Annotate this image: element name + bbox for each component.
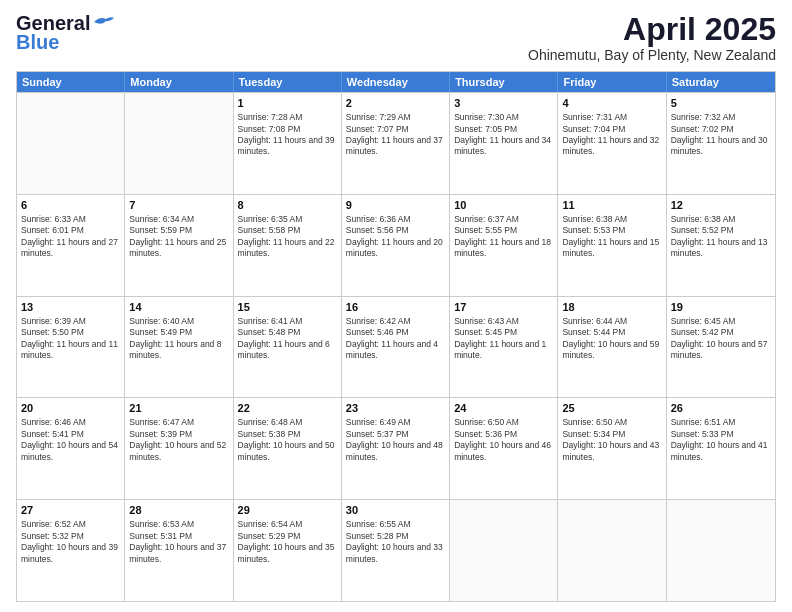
day-info: Sunrise: 6:40 AM: [129, 316, 228, 327]
calendar-day-28: 28Sunrise: 6:53 AMSunset: 5:31 PMDayligh…: [125, 500, 233, 601]
day-number: 7: [129, 198, 228, 213]
day-info: Sunrise: 6:38 AM: [671, 214, 771, 225]
title-block: April 2025 Ohinemutu, Bay of Plenty, New…: [528, 12, 776, 63]
calendar-week-2: 6Sunrise: 6:33 AMSunset: 6:01 PMDaylight…: [17, 194, 775, 296]
day-info: Sunrise: 7:32 AM: [671, 112, 771, 123]
day-info: Daylight: 11 hours and 34 minutes.: [454, 135, 553, 158]
calendar-header-sunday: Sunday: [17, 72, 125, 92]
day-info: Sunrise: 6:53 AM: [129, 519, 228, 530]
day-info: Daylight: 10 hours and 37 minutes.: [129, 542, 228, 565]
day-number: 23: [346, 401, 445, 416]
calendar-day-23: 23Sunrise: 6:49 AMSunset: 5:37 PMDayligh…: [342, 398, 450, 499]
day-number: 26: [671, 401, 771, 416]
day-number: 6: [21, 198, 120, 213]
calendar-header-wednesday: Wednesday: [342, 72, 450, 92]
day-number: 3: [454, 96, 553, 111]
day-info: Daylight: 10 hours and 46 minutes.: [454, 440, 553, 463]
day-info: Sunset: 5:52 PM: [671, 225, 771, 236]
day-info: Daylight: 10 hours and 48 minutes.: [346, 440, 445, 463]
calendar-day-29: 29Sunrise: 6:54 AMSunset: 5:29 PMDayligh…: [234, 500, 342, 601]
day-info: Sunset: 5:55 PM: [454, 225, 553, 236]
day-info: Sunrise: 6:54 AM: [238, 519, 337, 530]
day-info: Sunset: 5:39 PM: [129, 429, 228, 440]
day-info: Sunrise: 6:33 AM: [21, 214, 120, 225]
day-info: Daylight: 10 hours and 33 minutes.: [346, 542, 445, 565]
day-info: Daylight: 11 hours and 25 minutes.: [129, 237, 228, 260]
day-info: Sunset: 5:41 PM: [21, 429, 120, 440]
day-info: Sunrise: 6:45 AM: [671, 316, 771, 327]
calendar-day-4: 4Sunrise: 7:31 AMSunset: 7:04 PMDaylight…: [558, 93, 666, 194]
day-number: 2: [346, 96, 445, 111]
day-info: Sunset: 5:32 PM: [21, 531, 120, 542]
day-info: Sunrise: 6:44 AM: [562, 316, 661, 327]
day-info: Sunset: 5:49 PM: [129, 327, 228, 338]
day-info: Sunset: 5:46 PM: [346, 327, 445, 338]
calendar-day-12: 12Sunrise: 6:38 AMSunset: 5:52 PMDayligh…: [667, 195, 775, 296]
calendar-header-friday: Friday: [558, 72, 666, 92]
day-info: Sunset: 5:33 PM: [671, 429, 771, 440]
calendar-day-26: 26Sunrise: 6:51 AMSunset: 5:33 PMDayligh…: [667, 398, 775, 499]
calendar-day-13: 13Sunrise: 6:39 AMSunset: 5:50 PMDayligh…: [17, 297, 125, 398]
day-info: Sunrise: 7:29 AM: [346, 112, 445, 123]
day-info: Daylight: 11 hours and 11 minutes.: [21, 339, 120, 362]
day-info: Sunset: 5:29 PM: [238, 531, 337, 542]
calendar-empty-cell: [125, 93, 233, 194]
day-info: Sunrise: 6:52 AM: [21, 519, 120, 530]
day-info: Sunset: 7:08 PM: [238, 124, 337, 135]
day-info: Sunset: 5:56 PM: [346, 225, 445, 236]
calendar-empty-cell: [558, 500, 666, 601]
calendar-day-2: 2Sunrise: 7:29 AMSunset: 7:07 PMDaylight…: [342, 93, 450, 194]
calendar-day-6: 6Sunrise: 6:33 AMSunset: 6:01 PMDaylight…: [17, 195, 125, 296]
day-info: Daylight: 10 hours and 39 minutes.: [21, 542, 120, 565]
calendar-body: 1Sunrise: 7:28 AMSunset: 7:08 PMDaylight…: [17, 92, 775, 601]
day-number: 25: [562, 401, 661, 416]
day-info: Daylight: 11 hours and 27 minutes.: [21, 237, 120, 260]
day-info: Sunrise: 6:47 AM: [129, 417, 228, 428]
calendar-week-5: 27Sunrise: 6:52 AMSunset: 5:32 PMDayligh…: [17, 499, 775, 601]
day-number: 27: [21, 503, 120, 518]
subtitle: Ohinemutu, Bay of Plenty, New Zealand: [528, 47, 776, 63]
day-number: 30: [346, 503, 445, 518]
day-info: Sunset: 5:28 PM: [346, 531, 445, 542]
calendar-header-tuesday: Tuesday: [234, 72, 342, 92]
day-info: Daylight: 11 hours and 30 minutes.: [671, 135, 771, 158]
day-info: Daylight: 11 hours and 8 minutes.: [129, 339, 228, 362]
day-info: Daylight: 11 hours and 6 minutes.: [238, 339, 337, 362]
day-info: Sunrise: 6:55 AM: [346, 519, 445, 530]
day-info: Sunrise: 6:39 AM: [21, 316, 120, 327]
day-info: Sunrise: 7:28 AM: [238, 112, 337, 123]
calendar-day-7: 7Sunrise: 6:34 AMSunset: 5:59 PMDaylight…: [125, 195, 233, 296]
day-info: Sunrise: 6:37 AM: [454, 214, 553, 225]
day-info: Daylight: 10 hours and 54 minutes.: [21, 440, 120, 463]
day-info: Sunset: 5:42 PM: [671, 327, 771, 338]
calendar-day-25: 25Sunrise: 6:50 AMSunset: 5:34 PMDayligh…: [558, 398, 666, 499]
calendar-day-10: 10Sunrise: 6:37 AMSunset: 5:55 PMDayligh…: [450, 195, 558, 296]
calendar-day-15: 15Sunrise: 6:41 AMSunset: 5:48 PMDayligh…: [234, 297, 342, 398]
day-info: Sunrise: 6:38 AM: [562, 214, 661, 225]
day-info: Sunrise: 7:30 AM: [454, 112, 553, 123]
day-number: 15: [238, 300, 337, 315]
day-info: Daylight: 10 hours and 41 minutes.: [671, 440, 771, 463]
calendar-empty-cell: [17, 93, 125, 194]
day-info: Sunset: 7:04 PM: [562, 124, 661, 135]
day-number: 16: [346, 300, 445, 315]
day-info: Daylight: 11 hours and 37 minutes.: [346, 135, 445, 158]
day-info: Sunset: 7:07 PM: [346, 124, 445, 135]
day-info: Daylight: 11 hours and 13 minutes.: [671, 237, 771, 260]
day-info: Daylight: 11 hours and 20 minutes.: [346, 237, 445, 260]
day-number: 4: [562, 96, 661, 111]
day-number: 28: [129, 503, 228, 518]
calendar-week-3: 13Sunrise: 6:39 AMSunset: 5:50 PMDayligh…: [17, 296, 775, 398]
calendar-day-5: 5Sunrise: 7:32 AMSunset: 7:02 PMDaylight…: [667, 93, 775, 194]
day-info: Daylight: 10 hours and 43 minutes.: [562, 440, 661, 463]
day-info: Sunrise: 6:42 AM: [346, 316, 445, 327]
page: General Blue April 2025 Ohinemutu, Bay o…: [0, 0, 792, 612]
day-number: 1: [238, 96, 337, 111]
day-info: Sunset: 5:37 PM: [346, 429, 445, 440]
day-info: Sunset: 5:44 PM: [562, 327, 661, 338]
day-info: Sunrise: 6:50 AM: [562, 417, 661, 428]
day-info: Sunrise: 6:49 AM: [346, 417, 445, 428]
day-info: Daylight: 11 hours and 32 minutes.: [562, 135, 661, 158]
day-number: 5: [671, 96, 771, 111]
day-info: Daylight: 10 hours and 50 minutes.: [238, 440, 337, 463]
